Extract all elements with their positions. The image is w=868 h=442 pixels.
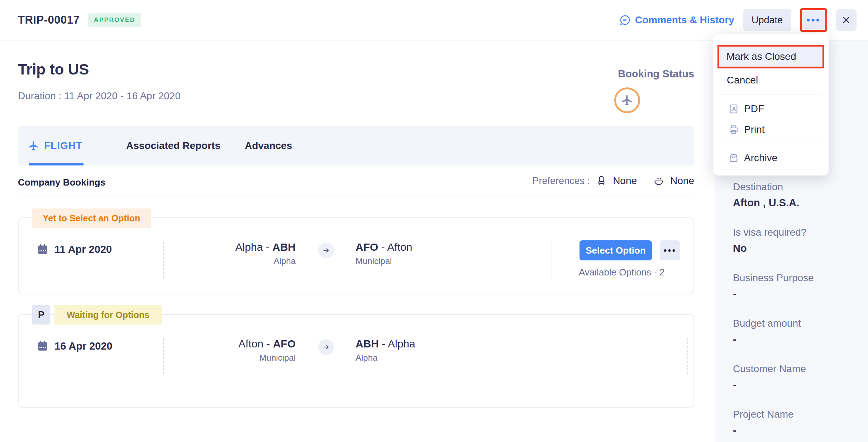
menu-item-cancel[interactable]: Cancel xyxy=(713,68,829,91)
menu-divider xyxy=(719,95,823,95)
ellipsis-icon: ••• xyxy=(806,15,821,25)
calendar-icon xyxy=(37,243,49,255)
departure-airport-sub: Municipal xyxy=(180,353,296,363)
tab-flight-label: FLIGHT xyxy=(44,140,82,152)
menu-item-archive-label: Archive xyxy=(744,152,777,164)
seat-preference-value: None xyxy=(613,175,637,187)
comments-history-label: Comments & History xyxy=(635,14,734,26)
field-label: Customer Name xyxy=(733,363,857,375)
personal-badge: P xyxy=(32,305,50,325)
field-label: Project Name xyxy=(733,409,857,420)
tab-bar: FLIGHT Associated Reports Advances xyxy=(18,126,694,165)
field-value: - xyxy=(733,333,857,345)
booking-date: 11 Apr 2020 xyxy=(37,243,112,255)
arrival-block: ABH - Alpha Alpha xyxy=(356,338,485,363)
field-destination: Destination Afton , U.S.A. xyxy=(733,181,857,209)
active-tab-underline xyxy=(29,163,84,165)
status-badge: Waiting for Options xyxy=(54,305,162,325)
close-button[interactable] xyxy=(836,9,857,31)
dashed-divider xyxy=(163,242,164,278)
field-project-name: Project Name - xyxy=(733,409,857,436)
arrival-airport-sub: Municipal xyxy=(356,256,485,266)
menu-item-pdf[interactable]: PDF xyxy=(713,99,829,119)
booking-date-text: 16 Apr 2020 xyxy=(54,340,113,352)
departure-airport: Afton - AFO xyxy=(180,338,296,350)
tab-divider xyxy=(108,131,108,160)
arrival-airport-sub: Alpha xyxy=(356,353,485,363)
preferences-row: Preferences : None None xyxy=(533,175,694,187)
menu-divider xyxy=(719,144,823,144)
field-value: Afton , U.S.A. xyxy=(733,197,857,209)
booking-status-flight-indicator[interactable] xyxy=(614,87,640,113)
arrow-right-icon xyxy=(318,339,334,355)
field-label: Destination xyxy=(733,181,857,193)
menu-item-print[interactable]: Print xyxy=(713,119,829,140)
booking-date: 16 Apr 2020 xyxy=(37,340,113,352)
archive-icon xyxy=(728,153,739,163)
booking-card-outbound: Yet to Select an Option 11 Apr 2020 Alph… xyxy=(18,217,694,294)
booking-status-label: Booking Status xyxy=(618,68,694,80)
trip-duration: Duration : 11 Apr 2020 - 16 Apr 2020 xyxy=(18,90,181,102)
page-title: Trip to US xyxy=(18,61,89,78)
status-badge: Yet to Select an Option xyxy=(32,208,151,228)
menu-item-archive[interactable]: Archive xyxy=(713,148,829,168)
field-value: - xyxy=(733,379,857,391)
field-label: Budget amount xyxy=(733,318,857,329)
update-button[interactable]: Update xyxy=(743,9,791,31)
tab-flight[interactable]: FLIGHT xyxy=(18,140,108,152)
menu-item-pdf-label: PDF xyxy=(744,103,764,115)
section-title: Company Bookings xyxy=(18,177,105,188)
seat-icon xyxy=(596,175,607,187)
arrival-airport: ABH - Alpha xyxy=(356,338,485,350)
field-value: - xyxy=(733,424,857,436)
plane-icon xyxy=(621,94,633,106)
tab-associated-reports[interactable]: Associated Reports xyxy=(126,140,220,152)
close-icon xyxy=(841,15,852,25)
section-divider xyxy=(18,196,694,196)
arrival-block: AFO - Afton Municipal xyxy=(356,241,485,266)
annotation-box-more: ••• xyxy=(800,8,827,32)
header-actions: Comments & History Update ••• xyxy=(619,8,857,32)
more-options-menu: Mark as Closed Cancel PDF Print xyxy=(713,34,829,176)
dashed-divider xyxy=(552,242,552,278)
approved-status-badge: APPROVED xyxy=(88,13,141,27)
field-budget-amount: Budget amount - xyxy=(733,318,857,345)
printer-icon xyxy=(728,124,739,135)
field-label: Business Purpose xyxy=(733,272,857,284)
meal-preference-value: None xyxy=(670,175,694,187)
departure-airport-sub: Alpha xyxy=(180,256,296,266)
booking-more-options-button[interactable]: ••• xyxy=(660,240,680,260)
ellipsis-icon: ••• xyxy=(663,246,676,255)
trip-id: TRIP-00017 xyxy=(18,14,80,27)
menu-item-print-label: Print xyxy=(744,124,765,135)
tab-advances[interactable]: Advances xyxy=(245,140,292,152)
field-customer-name: Customer Name - xyxy=(733,363,857,391)
arrival-airport: AFO - Afton xyxy=(356,241,485,253)
available-options-text: Available Options - 2 xyxy=(579,267,664,278)
departure-airport: Alpha - ABH xyxy=(180,241,296,253)
field-visa-required: Is visa required? No xyxy=(733,227,857,254)
more-options-button[interactable]: ••• xyxy=(802,11,825,29)
field-value: - xyxy=(733,288,857,300)
booking-date-text: 11 Apr 2020 xyxy=(54,244,112,255)
comment-bubble-icon xyxy=(619,14,631,26)
dashed-divider xyxy=(163,338,164,374)
preferences-separator xyxy=(645,175,645,187)
field-label: Is visa required? xyxy=(733,227,857,238)
plane-icon xyxy=(28,140,39,151)
select-option-button[interactable]: Select Option xyxy=(580,240,652,260)
menu-item-mark-as-closed[interactable]: Mark as Closed xyxy=(717,45,824,68)
field-business-purpose: Business Purpose - xyxy=(733,272,857,300)
calendar-icon xyxy=(37,340,49,352)
field-value: No xyxy=(733,242,857,254)
pdf-file-icon xyxy=(728,104,739,114)
dashed-divider xyxy=(687,338,688,374)
booking-card-return: P Waiting for Options 16 Apr 2020 Afton … xyxy=(18,314,694,408)
departure-block: Afton - AFO Municipal xyxy=(180,338,296,363)
departure-block: Alpha - ABH Alpha xyxy=(180,241,296,266)
arrow-right-icon xyxy=(318,242,334,258)
preferences-label: Preferences : xyxy=(533,176,590,187)
meal-icon xyxy=(653,175,664,187)
comments-history-link[interactable]: Comments & History xyxy=(619,14,734,26)
